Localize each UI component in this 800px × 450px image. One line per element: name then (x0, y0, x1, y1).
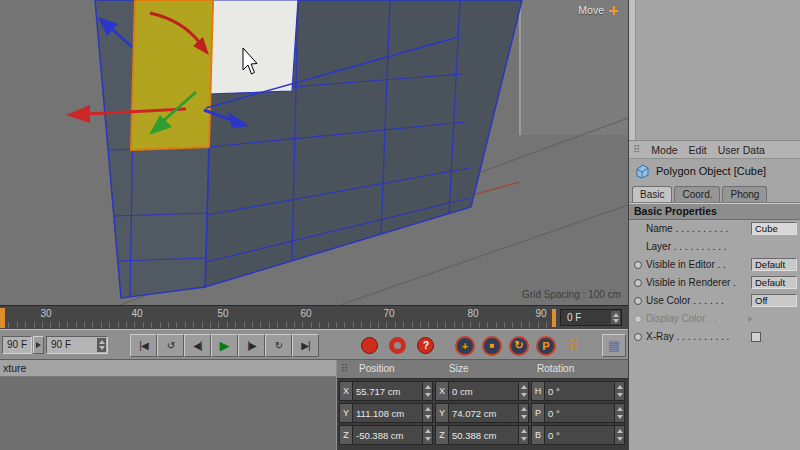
ruler-minor-ticks (0, 322, 552, 328)
position-z-stepper[interactable] (422, 426, 432, 444)
viewport-canvas[interactable] (0, 0, 628, 305)
viewport-3d[interactable]: Move Grid Spacing : 100 cm (0, 0, 628, 305)
rotation-h-stepper[interactable] (614, 382, 624, 400)
size-x-stepper[interactable] (518, 382, 528, 400)
attribute-manager: ⠿ Mode Edit User Data Polygon Object [Cu… (628, 0, 800, 450)
position-y-field[interactable]: 111.108 cm (353, 404, 422, 422)
keyframe-dot-icon[interactable] (634, 279, 642, 287)
key-rotation-toggle[interactable]: ↻ (506, 334, 532, 357)
rotation-h-field[interactable]: 0 ° (545, 382, 614, 400)
start-frame-field[interactable]: 90 F (2, 336, 32, 354)
timeline-start-marker[interactable] (0, 308, 5, 328)
texture-menu-partial[interactable]: xture (3, 362, 26, 374)
previous-frame-button[interactable]: ◀| (184, 334, 211, 357)
size-header: Size (449, 363, 468, 374)
record-help-button[interactable]: ? (412, 334, 439, 357)
size-z-field[interactable]: 50.388 cm (449, 426, 518, 444)
pla-dots-icon: ⠿ (568, 337, 579, 355)
attribute-tabs: Basic Coord. Phong (629, 183, 800, 203)
name-input[interactable]: Cube (751, 222, 797, 235)
position-y-cell: Y 111.108 cm (339, 403, 433, 423)
timeline-ruler[interactable]: 30 40 50 60 70 80 90 0 F (0, 305, 628, 329)
menu-user-data[interactable]: User Data (718, 144, 765, 156)
ruler-tick: 60 (300, 308, 311, 319)
timeline-layers-button[interactable]: ▦ (602, 334, 626, 357)
selected-polygon[interactable] (131, 0, 213, 150)
object-title-row: Polygon Object [Cube] (629, 159, 800, 183)
position-y-stepper[interactable] (422, 404, 432, 422)
name-label: Name . . . . . . . . . . (646, 223, 728, 234)
highlighted-polygon[interactable] (209, 0, 298, 94)
range-arrow-button[interactable] (33, 336, 44, 354)
attribute-menu-bar: ⠿ Mode Edit User Data (629, 141, 800, 159)
tab-basic[interactable]: Basic (632, 186, 672, 202)
size-z-stepper[interactable] (518, 426, 528, 444)
current-frame-field[interactable]: 0 F (560, 309, 622, 326)
visible-renderer-label: Visible in Renderer . (646, 277, 736, 288)
coord-row-y: Y 111.108 cm Y 74.072 cm P 0 ° (339, 403, 626, 423)
scale-icon: ■ (482, 336, 502, 356)
previous-key-button[interactable]: ↺ (157, 334, 184, 357)
ruler-tick: 90 (535, 308, 546, 319)
rotation-b-stepper[interactable] (614, 426, 624, 444)
end-frame-stepper[interactable] (97, 338, 106, 352)
rotation-p-cell: P 0 ° (531, 403, 625, 423)
record-icon (361, 337, 378, 354)
attr-row-use-color: Use Color . . . . . . Off (629, 292, 800, 310)
tab-coord[interactable]: Coord. (674, 186, 720, 202)
ruler-tick: 80 (467, 308, 478, 319)
coord-row-z: Z -50.388 cm Z 50.388 cm B 0 ° (339, 425, 626, 445)
cinema4d-window: Move Grid Spacing : 100 cm 30 40 50 60 7… (0, 0, 800, 450)
visible-editor-label: Visible in Editor . . (646, 259, 726, 270)
rotation-p-stepper[interactable] (614, 404, 624, 422)
layers-icon: ▦ (608, 338, 620, 353)
move-plus-icon (609, 6, 618, 15)
size-z-cell: Z 50.388 cm (435, 425, 529, 445)
parameter-icon: P (536, 336, 556, 356)
position-x-field[interactable]: 55.717 cm (353, 382, 422, 400)
panel-grip-icon[interactable]: ⠿ (341, 363, 348, 374)
visible-renderer-dropdown[interactable]: Default (751, 276, 797, 289)
position-x-stepper[interactable] (422, 382, 432, 400)
submenu-arrow-icon (748, 316, 753, 322)
keyframe-dot-icon[interactable] (634, 333, 642, 341)
object-title: Polygon Object [Cube] (656, 165, 766, 177)
position-z-field[interactable]: -50.388 cm (353, 426, 422, 444)
attr-row-display-color: Display Color . . (629, 310, 800, 328)
goto-start-button[interactable]: |◀ (130, 334, 157, 357)
active-tool-label: Move (578, 4, 604, 16)
rotation-p-field[interactable]: 0 ° (545, 404, 614, 422)
record-keyframe-button[interactable] (356, 334, 383, 357)
next-frame-button[interactable]: |▶ (238, 334, 265, 357)
materials-menu-bar[interactable]: xture (0, 360, 336, 377)
menu-edit[interactable]: Edit (689, 144, 707, 156)
play-button[interactable]: ▶ (211, 334, 238, 357)
key-parameter-toggle[interactable]: P (533, 334, 559, 357)
vertical-scrollbar[interactable] (629, 0, 636, 140)
timeline-end-marker[interactable] (552, 309, 556, 327)
cube-object[interactable] (95, 0, 522, 298)
visible-editor-dropdown[interactable]: Default (751, 258, 797, 271)
size-y-field[interactable]: 74.072 cm (449, 404, 518, 422)
materials-panel: xture (0, 360, 336, 450)
next-key-button[interactable]: ↻ (265, 334, 292, 357)
menu-mode[interactable]: Mode (651, 144, 677, 156)
use-color-dropdown[interactable]: Off (751, 294, 797, 307)
keyframe-dot-icon[interactable] (634, 297, 642, 305)
key-scale-toggle[interactable]: ■ (479, 334, 505, 357)
rotation-b-field[interactable]: 0 ° (545, 426, 614, 444)
keyframe-dot-icon[interactable] (634, 261, 642, 269)
frame-stepper[interactable] (611, 311, 620, 324)
size-y-stepper[interactable] (518, 404, 528, 422)
key-pla-toggle[interactable]: ⠿ (560, 334, 586, 357)
position-z-cell: Z -50.388 cm (339, 425, 433, 445)
autokey-button[interactable] (384, 334, 411, 357)
key-position-toggle[interactable]: + (452, 334, 478, 357)
goto-end-button[interactable]: ▶| (292, 334, 319, 357)
tab-phong[interactable]: Phong (722, 186, 767, 202)
size-x-field[interactable]: 0 cm (449, 382, 518, 400)
end-frame-field[interactable]: 90 F (46, 336, 108, 354)
xray-checkbox[interactable] (751, 332, 761, 342)
menu-grip-icon[interactable]: ⠿ (633, 144, 640, 155)
position-x-cell: X 55.717 cm (339, 381, 433, 401)
